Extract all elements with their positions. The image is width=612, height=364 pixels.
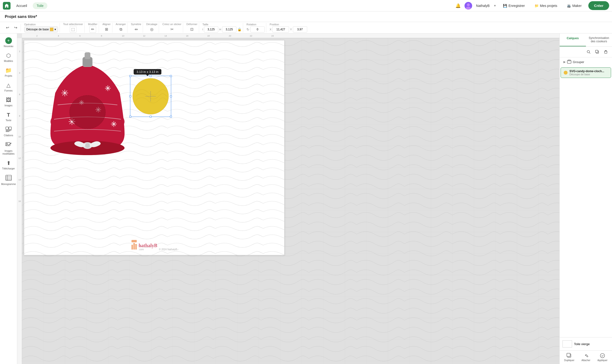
texte-icon: T xyxy=(7,112,10,118)
svg-point-74 xyxy=(113,124,115,125)
deformer-label: Déformer xyxy=(186,23,197,26)
sidebar-item-texte[interactable]: T Texte xyxy=(1,110,16,124)
svg-rect-83 xyxy=(131,240,137,242)
sidebar-item-modeles[interactable]: ⬡ Modèles xyxy=(1,51,16,65)
svg-rect-99 xyxy=(567,353,570,357)
canvas-page[interactable]: 3.13 in x 3.13 in xyxy=(24,40,285,255)
panel-delete-button[interactable] xyxy=(602,49,609,55)
sidebar-item-projets[interactable]: 📁 Projets xyxy=(1,65,16,79)
svg-text:hathalyB: hathalyB xyxy=(139,243,157,248)
panel-bottom-actions: Dupliquer Attacher Appliquer xyxy=(560,350,612,364)
rotation-input[interactable] xyxy=(250,26,265,33)
project-title[interactable]: Projet sans titre* xyxy=(5,14,37,19)
size-tooltip: 3.13 in x 3.13 in xyxy=(134,69,161,75)
tooltip-arrow xyxy=(146,75,149,76)
svg-point-54 xyxy=(107,88,108,89)
nouveau-icon: + xyxy=(5,37,12,44)
sticker-label: Créez un sticker xyxy=(162,23,181,26)
height-input[interactable] xyxy=(222,26,236,33)
size-label: Taille xyxy=(202,23,241,26)
sidebar-label-formes: Formes xyxy=(5,89,13,92)
group-label: Grouper xyxy=(573,60,584,64)
projets-icon: 📁 xyxy=(5,67,12,74)
layer-item-svg-candy[interactable]: SVG-candy-dome-cloch... Découpe de base xyxy=(560,67,611,78)
sidebar-item-nouveau[interactable]: + Nouveau xyxy=(1,35,16,50)
toolbar: ↩ ↪ Opération Découpe de base ▾ Tout sél… xyxy=(0,22,612,33)
svg-text:18: 18 xyxy=(207,35,210,37)
mes-projets-button[interactable]: 📁 Mes projets xyxy=(532,2,560,9)
sidebar-item-images-modifiables[interactable]: Images modifiables xyxy=(1,140,16,157)
panel-search-button[interactable] xyxy=(585,49,592,55)
sidebar-item-citations[interactable]: Citations xyxy=(1,125,16,139)
svg-rect-41 xyxy=(85,52,90,59)
operation-dropdown[interactable]: Découpe de base ▾ xyxy=(24,26,58,33)
toile-vierge-row: Toile vierge xyxy=(562,340,609,348)
notification-bell-icon[interactable]: 🔔 xyxy=(456,3,461,8)
operation-group: Opération Découpe de base ▾ xyxy=(23,23,60,33)
create-button[interactable]: Créer xyxy=(588,1,609,10)
decalage-group: Décalage ◎ xyxy=(145,23,159,33)
maker-button[interactable]: 🖨️ Maker xyxy=(564,2,585,9)
sidebar-item-telecharger[interactable]: ⬆ Télécharger xyxy=(1,158,16,172)
posx-input[interactable] xyxy=(272,26,289,33)
svg-text:6: 6 xyxy=(19,93,20,96)
sidebar-item-formes[interactable]: △ Formes xyxy=(1,80,16,94)
sticker-group: Créez un sticker ✂ xyxy=(161,23,183,33)
posy-input[interactable] xyxy=(293,26,307,33)
canvas-content[interactable]: 3.13 in x 3.13 in xyxy=(22,38,560,364)
position-label: Position xyxy=(270,23,307,26)
sidebar-item-monogramme[interactable]: Monogramme xyxy=(1,173,16,188)
lock-icon[interactable]: 🔒 xyxy=(237,27,241,31)
svg-text:16: 16 xyxy=(18,200,21,202)
deformer-button[interactable]: ⊡ xyxy=(189,26,195,33)
nav-tab-accueil[interactable]: Accueil xyxy=(13,2,31,9)
svg-text:20: 20 xyxy=(229,35,231,37)
rotation-inputs: ↻ xyxy=(247,26,265,33)
select-all-button[interactable]: ⬚ xyxy=(70,26,77,33)
toile-vierge-label: Toile vierge xyxy=(574,342,590,346)
select-all-group: Tout sélectionner ⬚ xyxy=(62,23,85,33)
operation-color-swatch xyxy=(50,27,53,31)
nav-tab-toile[interactable]: Toile xyxy=(33,2,47,9)
modifier-button[interactable]: ✏ xyxy=(90,26,96,33)
symetrie-button[interactable]: ⇔ xyxy=(133,26,139,33)
app-logo[interactable] xyxy=(3,2,11,10)
canvas-area[interactable]: 2 4 6 8 10 12 14 16 18 20 22 24 2 4 6 8 … xyxy=(17,33,560,364)
user-dropdown-icon[interactable]: ▼ xyxy=(494,4,496,7)
redo-button[interactable]: ↪ xyxy=(12,24,19,31)
width-input[interactable] xyxy=(204,26,218,33)
user-name[interactable]: NathalyB xyxy=(476,4,490,8)
svg-text:12: 12 xyxy=(143,35,145,37)
monogramme-icon xyxy=(5,175,12,182)
tab-synchronisation[interactable]: Synchronisation des couleurs xyxy=(586,33,612,46)
aligner-group: Aligner ⊞ xyxy=(101,23,112,33)
bell-element[interactable] xyxy=(41,45,137,165)
sidebar-item-images[interactable]: 🖼 Images xyxy=(1,95,16,109)
svg-text:8: 8 xyxy=(19,115,20,117)
decalage-label: Décalage xyxy=(146,23,157,26)
operation-label: Opération xyxy=(24,23,58,26)
group-button[interactable]: ▶ Grouper xyxy=(560,57,612,66)
yellow-circle-element[interactable] xyxy=(132,78,169,115)
width-label: l xyxy=(202,28,203,31)
svg-text:14: 14 xyxy=(165,35,167,37)
appliquer-button[interactable]: Appliquer xyxy=(598,353,607,362)
arranger-button[interactable]: ⧉ xyxy=(117,26,124,33)
operation-value: Découpe de base xyxy=(26,28,49,31)
attacher-button[interactable]: Attacher xyxy=(581,353,590,362)
aligner-button[interactable]: ⊞ xyxy=(103,26,110,33)
dupliquer-button[interactable]: Dupliquer xyxy=(564,353,574,362)
sticker-button[interactable]: ✂ xyxy=(169,26,175,33)
enregistrer-button[interactable]: 💾 Enregistrer xyxy=(500,2,528,9)
panel-copy-button[interactable] xyxy=(594,49,600,55)
svg-text:© 2024 NathalyB.com: © 2024 NathalyB.com xyxy=(159,248,178,251)
attacher-label: Attacher xyxy=(581,359,590,362)
select-all-label: Tout sélectionner xyxy=(63,23,83,26)
svg-text:4: 4 xyxy=(58,35,59,37)
folder-icon: 📁 xyxy=(534,4,539,8)
tab-calques[interactable]: Calques xyxy=(560,33,586,46)
undo-button[interactable]: ↩ xyxy=(4,24,11,31)
decalage-button[interactable]: ◎ xyxy=(148,26,155,33)
svg-text:10: 10 xyxy=(18,135,21,138)
sidebar-label-telecharger: Télécharger xyxy=(2,167,15,170)
